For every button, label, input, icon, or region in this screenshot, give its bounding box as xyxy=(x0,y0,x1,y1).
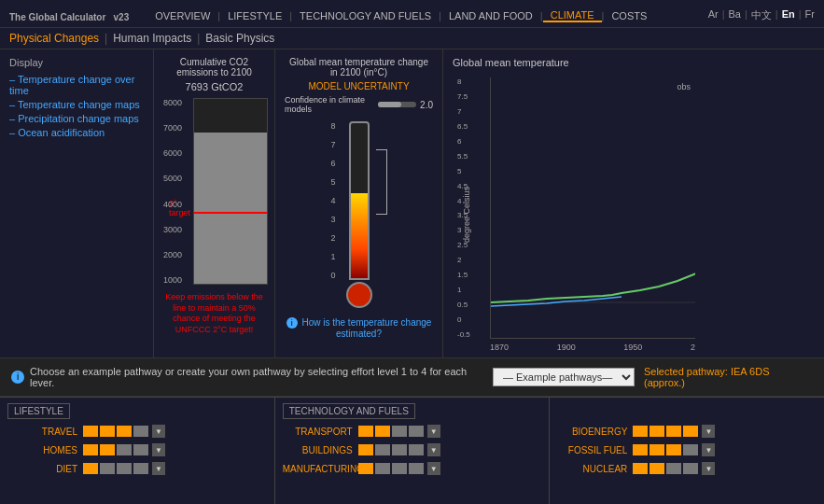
chart-projection-line xyxy=(491,273,695,302)
nuclear-dropdown[interactable]: ▼ xyxy=(702,462,715,475)
buildings-dropdown[interactable]: ▼ xyxy=(427,443,440,456)
homes-bar-2[interactable] xyxy=(100,444,115,455)
thermometer-panel: Global mean temperature change in 2100 (… xyxy=(275,49,443,357)
bioenergy-section: PLACEHOLDER BIOENERGY ▼ FOSSIL FUEL ▼ xyxy=(549,397,824,504)
transport-dropdown[interactable]: ▼ xyxy=(427,425,440,438)
buildings-bars[interactable]: ▼ xyxy=(358,443,440,456)
fossil-bar-3[interactable] xyxy=(666,444,681,455)
fossil-bars[interactable]: ▼ xyxy=(633,443,715,456)
travel-dropdown[interactable]: ▼ xyxy=(152,425,165,438)
homes-bar-3[interactable] xyxy=(117,444,132,455)
travel-bar-3[interactable] xyxy=(117,426,132,437)
bioenergy-bar-2[interactable] xyxy=(649,426,664,437)
nuclear-bar-4[interactable] xyxy=(683,463,698,474)
manufacturing-bars[interactable]: ▼ xyxy=(358,462,440,475)
diet-label: DIET xyxy=(7,464,77,474)
lang-zh[interactable]: 中文 xyxy=(751,8,772,22)
manufacturing-bar-1[interactable] xyxy=(358,463,373,474)
diet-bars[interactable]: ▼ xyxy=(83,462,165,475)
display-option-temperature-maps[interactable]: Temperature change maps xyxy=(9,99,144,110)
manufacturing-bar-2[interactable] xyxy=(375,463,390,474)
thermo-question[interactable]: i How is the temperature change estimate… xyxy=(285,317,433,339)
nuclear-bar-2[interactable] xyxy=(649,463,664,474)
fossil-bar-2[interactable] xyxy=(649,444,664,455)
nav-climate[interactable]: CLIMATE xyxy=(543,9,602,22)
transport-bar-1[interactable] xyxy=(358,426,373,437)
lang-ar[interactable]: Ar xyxy=(708,8,719,22)
homes-bar-1[interactable] xyxy=(83,444,98,455)
bioenergy-bar-4[interactable] xyxy=(683,426,698,437)
nav-overview[interactable]: OVERVIEW xyxy=(147,10,217,21)
pathway-select[interactable]: — Example pathways— xyxy=(493,368,635,386)
homes-dropdown[interactable]: ▼ xyxy=(152,443,165,456)
homes-row: HOMES ▼ xyxy=(7,443,267,456)
transport-row: TRANSPORT ▼ xyxy=(283,425,542,438)
lang-fr[interactable]: Fr xyxy=(805,8,815,22)
nuclear-bar-1[interactable] xyxy=(633,463,648,474)
bioenergy-bar-3[interactable] xyxy=(666,426,681,437)
travel-bar-2[interactable] xyxy=(100,426,115,437)
transport-bars[interactable]: ▼ xyxy=(358,425,440,438)
diet-bar-2[interactable] xyxy=(100,463,115,474)
co2-chart: 2°target xyxy=(193,98,268,285)
bioenergy-dropdown[interactable]: ▼ xyxy=(702,425,715,438)
transport-bar-3[interactable] xyxy=(392,426,407,437)
co2-y-labels: 8000 7000 6000 5000 4000 3000 2000 1000 xyxy=(163,98,182,285)
levers-panel: LIFESTYLE TRAVEL ▼ HOMES ▼ xyxy=(0,397,824,504)
main-nav: OVERVIEW | LIFESTYLE | TECHNOLOGY AND FU… xyxy=(147,9,707,22)
lang-ba[interactable]: Ba xyxy=(729,8,741,22)
confidence-row: Confidence in climate models 2.0 xyxy=(285,95,433,114)
subnav-physical[interactable]: Physical Changes xyxy=(9,32,99,45)
nuclear-bars[interactable]: ▼ xyxy=(633,462,715,475)
display-option-temperature-time[interactable]: Temperature change over time xyxy=(9,74,144,96)
travel-bar-4[interactable] xyxy=(133,426,148,437)
buildings-bar-4[interactable] xyxy=(409,444,424,455)
model-uncertainty-label: MODEL UNCERTAINTY xyxy=(308,81,409,91)
travel-row: TRAVEL ▼ xyxy=(7,425,267,438)
buildings-label: BUILDINGS xyxy=(283,445,353,455)
transport-bar-2[interactable] xyxy=(375,426,390,437)
nav-costs[interactable]: COSTS xyxy=(604,10,654,21)
buildings-bar-2[interactable] xyxy=(375,444,390,455)
co2-panel: Cumulative CO2 emissions to 2100 7693 Gt… xyxy=(154,49,275,357)
bioenergy-row: BIOENERGY ▼ xyxy=(557,425,817,438)
buildings-row: BUILDINGS ▼ xyxy=(283,443,542,456)
bioenergy-bar-1[interactable] xyxy=(633,426,648,437)
bioenergy-label: BIOENERGY xyxy=(557,427,627,437)
buildings-bar-1[interactable] xyxy=(358,444,373,455)
confidence-slider[interactable] xyxy=(378,102,416,107)
subnav-basic[interactable]: Basic Physics xyxy=(205,32,274,45)
fossil-bar-1[interactable] xyxy=(633,444,648,455)
diet-bar-4[interactable] xyxy=(133,463,148,474)
nav-land[interactable]: LAND AND FOOD xyxy=(441,10,540,21)
transport-bar-4[interactable] xyxy=(409,426,424,437)
buildings-bar-3[interactable] xyxy=(392,444,407,455)
diet-bar-3[interactable] xyxy=(117,463,132,474)
diet-dropdown[interactable]: ▼ xyxy=(152,462,165,475)
fossil-dropdown[interactable]: ▼ xyxy=(702,443,715,456)
travel-bar-1[interactable] xyxy=(83,426,98,437)
nuclear-bar-3[interactable] xyxy=(666,463,681,474)
manufacturing-bar-4[interactable] xyxy=(409,463,424,474)
manufacturing-dropdown[interactable]: ▼ xyxy=(427,462,440,475)
diet-bar-1[interactable] xyxy=(83,463,98,474)
bioenergy-bars[interactable]: ▼ xyxy=(633,425,715,438)
subnav-human[interactable]: Human Impacts xyxy=(113,32,191,45)
lang-en[interactable]: En xyxy=(782,8,795,22)
info-icon: i xyxy=(286,317,298,329)
manufacturing-bar-3[interactable] xyxy=(392,463,407,474)
manufacturing-label: MANUFACTURING xyxy=(283,464,353,474)
uncertainty-bracket xyxy=(376,149,387,215)
fossil-bar-4[interactable] xyxy=(683,444,698,455)
display-option-precipitation[interactable]: Precipitation change maps xyxy=(9,113,144,124)
travel-bars[interactable]: ▼ xyxy=(83,425,165,438)
co2-note: Keep emissions below the line to maintai… xyxy=(160,292,269,336)
chart-x-labels: 1870 1900 1950 2 xyxy=(490,343,695,352)
header: The Global Calculator v23 OVERVIEW | LIF… xyxy=(0,0,824,28)
nav-lifestyle[interactable]: LIFESTYLE xyxy=(220,10,289,21)
homes-bars[interactable]: ▼ xyxy=(83,443,165,456)
lifestyle-section: LIFESTYLE TRAVEL ▼ HOMES ▼ xyxy=(0,397,274,504)
display-option-ocean[interactable]: Ocean acidification xyxy=(9,127,144,138)
homes-bar-4[interactable] xyxy=(133,444,148,455)
nav-technology[interactable]: TECHNOLOGY AND FUELS xyxy=(292,10,439,21)
